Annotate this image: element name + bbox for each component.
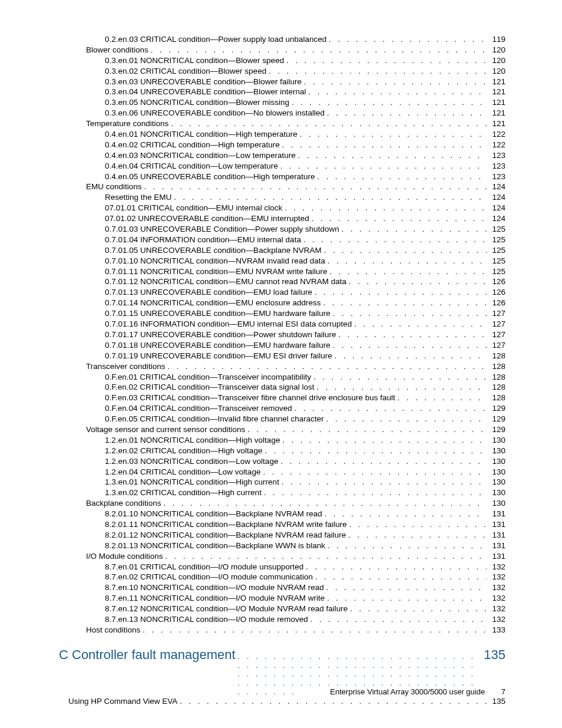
toc-entry[interactable]: 0.7.01.11 NONCRITICAL condition—EMU NVRA… — [59, 266, 505, 277]
toc-entry-page: 132 — [487, 572, 505, 582]
toc-entry[interactable]: 8.7.en.02 CRITICAL condition—I/O module … — [59, 572, 505, 582]
toc-entry[interactable]: 8.2.01.12 NONCRITICAL condition—Backplan… — [59, 530, 505, 541]
toc-entry[interactable]: 1.3.en.01 NONCRITICAL condition—High cur… — [59, 477, 505, 487]
toc-entry-title: 8.2.01.11 NONCRITICAL condition—Backplan… — [105, 519, 347, 530]
toc-entry[interactable]: 8.2.01.10 NONCRITICAL condition—Backplan… — [59, 509, 505, 519]
toc-entry-page: 133 — [487, 625, 505, 635]
toc-entry[interactable]: 0.3.en.03 UNRECOVERABLE condition—Blower… — [59, 77, 505, 87]
toc-entry-title: 0.4.en.05 UNRECOVERABLE condition—High t… — [105, 172, 315, 182]
toc-entry[interactable]: 0.4.en.05 UNRECOVERABLE condition—High t… — [59, 172, 505, 182]
toc-entry-page: 125 — [487, 266, 505, 277]
toc-entry-page: 129 — [487, 403, 505, 414]
toc-entry[interactable]: 8.7.en.12 NONCRITICAL condition—I/O Modu… — [59, 604, 505, 614]
toc-entry[interactable]: Resetting the EMU124 — [59, 192, 505, 203]
toc-entry[interactable]: 0.7.01.05 UNRECOVERABLE condition—Backpl… — [59, 245, 505, 256]
leader-dots — [320, 298, 487, 308]
leader-dots — [171, 193, 487, 203]
leader-dots — [348, 604, 487, 614]
toc-entry-title: Transceiver conditions — [86, 361, 166, 372]
toc-entry[interactable]: 1.2.en.03 NONCRITICAL condition—Low volt… — [59, 456, 505, 467]
toc-entry[interactable]: 0.4.en.04 CRITICAL condition—Low tempera… — [59, 161, 505, 172]
toc-entry[interactable]: 0.7.01.03 UNRECOVERABLE Condition—Power … — [59, 224, 505, 235]
toc-entry[interactable]: Transceiver conditions128 — [59, 361, 505, 372]
toc-entry[interactable]: 0.7.01.19 UNRECOVERABLE condition—EMU ES… — [59, 351, 505, 361]
toc-entry-page: 121 — [487, 108, 505, 118]
toc-entry[interactable]: 0.7.01.18 UNRECOVERABLE condition—EMU ha… — [59, 340, 505, 351]
toc-entry[interactable]: 0.3.en.05 NONCRITICAL condition—Blower m… — [59, 97, 505, 108]
toc-entry-page: 128 — [487, 372, 505, 383]
toc-entry-page: 121 — [487, 118, 505, 129]
toc-entry-page: 121 — [487, 97, 505, 108]
toc-entry[interactable]: 0.F.en.03 CRITICAL condition—Transceiver… — [59, 393, 505, 403]
toc-entry-title: 0.4.en.04 CRITICAL condition—Low tempera… — [105, 161, 278, 172]
toc-entry[interactable]: 0.7.01.12 NONCRITICAL condition—EMU cann… — [59, 276, 505, 287]
toc-entry-page: 132 — [487, 562, 505, 572]
toc-entry[interactable]: 0.7.01.13 UNRECOVERABLE condition—EMU lo… — [59, 287, 505, 298]
toc-entry-title: 1.3.en.02 CRITICAL condition—High curren… — [105, 487, 262, 498]
toc-entry-title: 0.3.en.01 NONCRITICAL condition—Blower s… — [105, 55, 284, 66]
toc-entry[interactable]: Blower conditions120 — [59, 45, 505, 55]
toc-entry-page: 128 — [487, 382, 505, 393]
toc-entry[interactable]: 1.3.en.02 CRITICAL condition—High curren… — [59, 487, 505, 498]
toc-entry-title: 0.7.01.03 UNRECOVERABLE Condition—Power … — [105, 224, 339, 235]
toc-entry[interactable]: 1.2.en.01 NONCRITICAL condition—High vol… — [59, 435, 505, 446]
toc-entry-title: 0.7.01.15 UNRECOVERABLE condition—EMU ha… — [105, 308, 330, 319]
toc-entry-page: 120 — [487, 66, 505, 77]
toc-entry[interactable]: 0.F.en.04 CRITICAL condition—Transceiver… — [59, 403, 505, 414]
toc-entry[interactable]: 0.4.en.01 NONCRITICAL condition—High tem… — [59, 129, 505, 140]
toc-entry[interactable]: 8.7.en.13 NONCRITICAL condition—I/O modu… — [59, 614, 505, 625]
toc-entry[interactable]: 0.7.01.17 UNRECOVERABLE condition—Power … — [59, 330, 505, 340]
toc-entry[interactable]: 8.2.01.13 NONCRITICAL condition—Backplan… — [59, 541, 505, 551]
toc-entry[interactable]: 8.7.en.10 NONCRITICAL condition—I/O modu… — [59, 582, 505, 593]
toc-entry[interactable]: 0.7.01.14 NONCRITICAL condition—EMU encl… — [59, 298, 505, 308]
toc-entry[interactable]: 0.7.01.10 NONCRITICAL condition—NVRAM in… — [59, 256, 505, 266]
leader-dots — [245, 425, 487, 435]
toc-entry[interactable]: 0.4.en.02 CRITICAL condition—High temper… — [59, 140, 505, 150]
toc-entry[interactable]: 0.F.en.02 CRITICAL condition—Transceiver… — [59, 382, 505, 393]
toc-entry-page: 127 — [487, 308, 505, 319]
toc-entry[interactable]: 0.4.en.03 NONCRITICAL condition—Low temp… — [59, 150, 505, 161]
toc-entry-page: 124 — [487, 213, 505, 224]
toc-entry[interactable]: Temperature conditions121 — [59, 118, 505, 129]
toc-entry[interactable]: 8.7.en.01 CRITICAL condition—I/O module … — [59, 562, 505, 572]
toc-entry[interactable]: EMU conditions124 — [59, 182, 505, 192]
toc-entry[interactable]: Voltage sensor and current sensor condit… — [59, 424, 505, 435]
toc-entry-title: 0.7.01.04 INFORMATION condition—EMU inte… — [105, 235, 301, 245]
toc-entry[interactable]: 0.3.en.02 CRITICAL condition—Blower spee… — [59, 66, 505, 77]
leader-dots — [161, 499, 487, 509]
toc-entry[interactable]: 1.2.en.02 CRITICAL condition—High voltag… — [59, 446, 505, 456]
toc-entry-title: 8.2.01.10 NONCRITICAL condition—Backplan… — [105, 509, 322, 519]
toc-entry-page: 130 — [487, 435, 505, 446]
toc-entry-title: 0.4.en.02 CRITICAL condition—High temper… — [105, 140, 280, 150]
toc-entry[interactable]: 0.3.en.04 UNRECOVERABLE condition—Blower… — [59, 87, 505, 97]
toc-entry[interactable]: 0.7.01.15 UNRECOVERABLE condition—EMU ha… — [59, 308, 505, 319]
toc-entry-page: 120 — [487, 45, 505, 55]
toc-entry[interactable]: 8.7.en.11 NONCRITICAL condition—I/O modu… — [59, 593, 505, 604]
toc-entry[interactable]: 0.3.en.06 UNRECOVERABLE condition—No blo… — [59, 108, 505, 118]
toc-entry[interactable]: Backplane conditions130 — [59, 498, 505, 509]
toc-entry[interactable]: 0.7.01.04 INFORMATION condition—EMU inte… — [59, 235, 505, 245]
toc-entry[interactable]: 07.01.02 UNRECOVERABLE condition—EMU int… — [59, 213, 505, 224]
leader-dots — [325, 256, 487, 266]
toc-entry[interactable]: 0.3.en.01 NONCRITICAL condition—Blower s… — [59, 55, 505, 66]
toc-entry[interactable]: Using HP Command View EVA135 — [59, 696, 505, 707]
toc-entry[interactable]: 8.2.01.11 NONCRITICAL condition—Backplan… — [59, 519, 505, 530]
toc-entry-title: 0.3.en.05 NONCRITICAL condition—Blower m… — [105, 97, 289, 108]
toc-entry-page: 129 — [487, 424, 505, 435]
toc-entry[interactable]: 1.2.en.04 CRITICAL condition—Low voltage… — [59, 467, 505, 477]
toc-entry[interactable]: 07.01.01 CRITICAL condition—EMU internal… — [59, 203, 505, 213]
toc-entry[interactable]: Host conditions133 — [59, 625, 505, 635]
toc-entry-page: 132 — [487, 614, 505, 625]
toc-entry[interactable]: 0.F.en.01 CRITICAL condition—Transceiver… — [59, 372, 505, 383]
toc-entry[interactable]: 0.F.en.05 CRITICAL condition—Invalid fib… — [59, 414, 505, 424]
chapter-page: 135 — [484, 647, 505, 663]
toc-entry-page: 125 — [487, 245, 505, 256]
toc-entry[interactable]: 0.2.en.03 CRITICAL condition—Power suppl… — [59, 34, 505, 45]
leader-dots — [266, 67, 487, 77]
leader-dots — [326, 35, 487, 45]
toc-entry[interactable]: I/O Module conditions131 — [59, 551, 505, 562]
toc-entry-title: 8.2.01.12 NONCRITICAL condition—Backplan… — [105, 530, 346, 541]
toc-entry[interactable]: 0.7.01.16 INFORMATION condition—EMU inte… — [59, 319, 505, 330]
leader-dots — [278, 162, 487, 172]
toc-entry-page: 123 — [487, 161, 505, 172]
